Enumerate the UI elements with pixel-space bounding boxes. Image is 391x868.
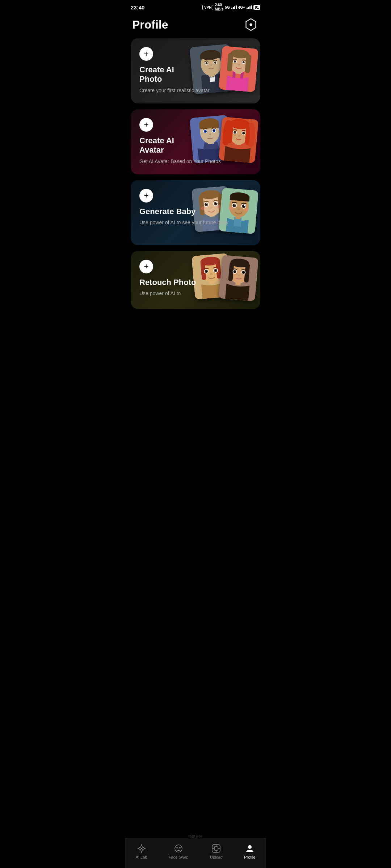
add-icon-retouch: + (139, 260, 153, 273)
card-desc-ai-avatar: Get AI Avatar Based on Your Photos (139, 158, 252, 165)
network-label: 5G (225, 5, 230, 9)
page-title: Profile (132, 18, 168, 31)
battery-indicator: 91 (253, 5, 260, 10)
svg-point-115 (176, 847, 178, 848)
nav-label-face-swap: Face Swap (169, 855, 189, 859)
card-content-ai-avatar: + Create AIAvatar Get AI Avatar Based on… (139, 118, 252, 165)
card-content-retouch: + Retouch Photo Use power of AI to (139, 260, 252, 297)
vpn-badge: VPN (202, 5, 214, 10)
svg-point-123 (248, 845, 252, 849)
status-right: VPN 2.60MB/s 5G 4G+ 91 (202, 3, 260, 12)
card-content-baby: + Generate Baby Use power of AI to see y… (139, 189, 252, 226)
retouch-photo-card[interactable]: + Retouch Photo Use power of AI to (131, 251, 260, 309)
svg-point-113 (141, 848, 142, 849)
svg-point-114 (175, 845, 182, 852)
add-icon-ai-avatar: + (139, 118, 153, 132)
bottom-nav: AI Lab Face Swap Upload (125, 838, 266, 868)
ai-lab-icon (136, 843, 147, 854)
settings-button[interactable] (243, 17, 259, 33)
card-desc-baby: Use power of AI to see your future baby (139, 219, 252, 226)
svg-rect-118 (214, 847, 218, 850)
nav-item-face-swap[interactable]: Face Swap (163, 842, 194, 861)
add-icon-ai-photo: + (139, 47, 153, 61)
card-title-ai-avatar: Create AIAvatar (139, 136, 252, 155)
svg-point-116 (179, 847, 181, 848)
status-bar: 23:40 VPN 2.60MB/s 5G 4G+ 91 (125, 0, 266, 13)
card-content-ai-photo: + Create AIPhoto Create your first reali… (139, 47, 252, 94)
card-title-ai-photo: Create AIPhoto (139, 65, 252, 84)
card-title-retouch: Retouch Photo (139, 278, 252, 287)
nav-item-profile[interactable]: Profile (238, 842, 261, 861)
nav-item-upload[interactable]: Upload (204, 842, 228, 861)
speed-indicator: 2.60MB/s (215, 3, 223, 12)
nav-label-upload: Upload (210, 855, 223, 859)
add-icon-baby: + (139, 189, 153, 203)
settings-icon (244, 18, 257, 31)
nav-label-ai-lab: AI Lab (136, 855, 147, 859)
generate-baby-card[interactable]: + Generate Baby Use power of AI to see y… (131, 180, 260, 245)
create-ai-photo-card[interactable]: + Create AIPhoto Create your first reali… (131, 38, 260, 103)
nav-label-profile: Profile (244, 855, 255, 859)
page-header: Profile (125, 13, 266, 38)
upload-icon (211, 843, 221, 854)
svg-point-1 (249, 23, 252, 26)
network-label-4g: 4G+ (238, 5, 245, 9)
profile-icon (245, 843, 255, 854)
create-ai-avatar-card[interactable]: + Create AIAvatar Get AI Avatar Based on… (131, 109, 260, 174)
card-title-baby: Generate Baby (139, 207, 252, 216)
card-desc-ai-photo: Create your first realistic avatar (139, 87, 252, 94)
card-desc-retouch: Use power of AI to (139, 290, 252, 297)
status-time: 23:40 (131, 4, 144, 10)
cards-container: + Create AIPhoto Create your first reali… (125, 38, 266, 345)
face-swap-icon (173, 843, 184, 854)
nav-item-ai-lab[interactable]: AI Lab (130, 842, 153, 861)
signal-bars-5g (231, 5, 237, 9)
signal-bars-4g (247, 5, 252, 9)
